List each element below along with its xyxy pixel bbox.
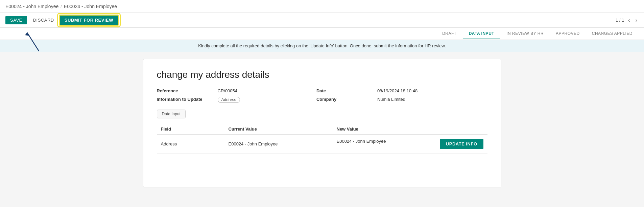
info-banner-text: Kindly complete all the required details… — [198, 43, 446, 48]
pagination-next-button[interactable]: › — [634, 17, 639, 24]
submit-for-review-button[interactable]: SUBMIT FOR REVIEW — [59, 15, 119, 26]
reference-label: Reference — [157, 88, 211, 93]
status-step-draft[interactable]: DRAFT — [436, 28, 463, 39]
pagination-text: 1 / 1 — [616, 18, 624, 23]
data-table: Field Current Value New Value Address E0… — [157, 124, 487, 154]
company-value: Numla Limited — [377, 97, 487, 103]
status-step-data-input[interactable]: DATA INPUT — [463, 28, 500, 39]
save-button[interactable]: SAVE — [5, 16, 27, 24]
info-to-update-value: Address — [218, 97, 310, 103]
meta-grid: Reference CR/00054 Date 08/19/2024 18:10… — [157, 88, 487, 103]
breadcrumb-part1[interactable]: E00024 - John Employee — [5, 4, 58, 9]
date-label: Date — [316, 88, 371, 93]
company-label: Company — [316, 97, 371, 103]
address-tag: Address — [218, 97, 240, 103]
main-content: change my address details Reference CR/0… — [0, 52, 644, 194]
status-steps: DRAFTDATA INPUTIN REVIEW BY HRAPPROVEDCH… — [436, 28, 639, 39]
submit-review-wrapper: SUBMIT FOR REVIEW — [59, 15, 119, 26]
status-step-in-review-by-hr[interactable]: IN REVIEW BY HR — [500, 28, 550, 39]
data-input-tab[interactable]: Data Input — [157, 110, 186, 118]
status-step-changes-applied[interactable]: CHANGES APPLIED — [586, 28, 639, 39]
info-banner: Kindly complete all the required details… — [0, 40, 644, 52]
discard-button[interactable]: DISCARD — [30, 16, 57, 24]
table-row: Address E00024 - John Employee E00024 - … — [157, 135, 487, 154]
status-bar: DRAFTDATA INPUTIN REVIEW BY HRAPPROVEDCH… — [0, 28, 644, 40]
info-to-update-label: Information to Update — [157, 97, 211, 103]
form-card: change my address details Reference CR/0… — [143, 59, 501, 187]
breadcrumb-bar: E00024 - John Employee / E00024 - John E… — [0, 0, 644, 13]
pagination-prev-button[interactable]: ‹ — [627, 17, 631, 24]
form-title: change my address details — [157, 69, 487, 80]
breadcrumb-separator: / — [61, 4, 62, 9]
col-current-header: Current Value — [224, 124, 333, 135]
status-step-approved[interactable]: APPROVED — [550, 28, 586, 39]
date-value: 08/19/2024 18:10:48 — [377, 88, 487, 93]
pagination-area: 1 / 1 ‹ › — [616, 17, 639, 24]
action-bar: SAVE DISCARD SUBMIT FOR REVIEW 1 / 1 ‹ › — [0, 13, 644, 28]
col-field-header: Field — [157, 124, 224, 135]
current-value-cell: E00024 - John Employee — [224, 135, 333, 154]
reference-value: CR/00054 — [218, 88, 310, 93]
update-info-button[interactable]: UPDATE INFO — [440, 139, 483, 149]
field-cell: Address — [157, 135, 224, 154]
new-value-cell: E00024 - John Employee UPDATE INFO — [333, 135, 487, 154]
tab-section: Data Input Field Current Value New Value… — [157, 110, 487, 154]
col-new-header: New Value — [333, 124, 487, 135]
breadcrumb-part2: E00024 - John Employee — [64, 4, 117, 9]
